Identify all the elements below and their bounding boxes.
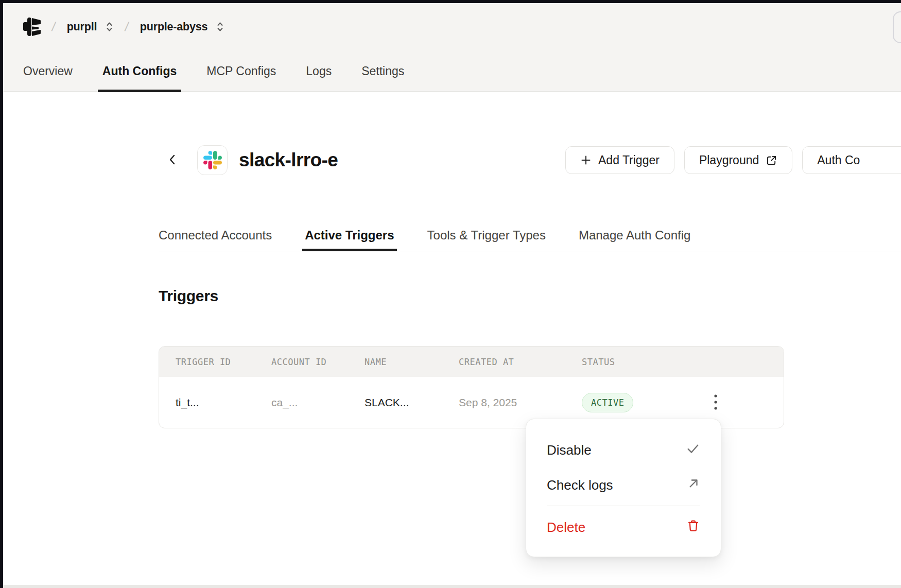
disable-label: Disable: [547, 442, 592, 458]
add-trigger-button[interactable]: Add Trigger: [565, 146, 674, 174]
project-name: purple-abyss: [140, 21, 207, 33]
org-name: purpll: [67, 21, 97, 33]
column-header-name: NAME: [365, 357, 459, 367]
check-icon: [686, 441, 700, 459]
tab-overview[interactable]: Overview: [23, 50, 73, 92]
breadcrumb: / purpll / purple-abyss: [3, 3, 901, 50]
column-header-account-id: ACCOUNT ID: [271, 357, 365, 367]
slack-app-icon: [197, 145, 228, 175]
add-trigger-label: Add Trigger: [598, 153, 660, 167]
kebab-menu-icon: [714, 393, 718, 412]
menu-item-check-logs[interactable]: Check logs: [547, 468, 700, 503]
trash-icon: [686, 518, 700, 536]
back-button[interactable]: [162, 149, 183, 171]
subtab-tools-trigger-types[interactable]: Tools & Trigger Types: [427, 219, 546, 251]
bottom-edge-strip: [3, 585, 901, 588]
main-nav-tabs: Overview Auth Configs MCP Configs Logs S…: [3, 50, 901, 92]
status-badge: ACTIVE: [582, 393, 633, 412]
tab-auth-configs[interactable]: Auth Configs: [102, 50, 177, 92]
playground-label: Playground: [699, 153, 759, 167]
menu-divider: [547, 506, 700, 506]
entity-header: slack-lrro-e Add Trigger Playground: [3, 145, 901, 175]
page-title: slack-lrro-e: [239, 149, 338, 171]
tab-settings[interactable]: Settings: [361, 50, 404, 92]
row-actions-menu: Disable Check logs Delete: [526, 419, 721, 557]
cell-status: ACTIVE: [582, 393, 685, 412]
cell-trigger-id: ti_t...: [176, 396, 271, 409]
org-selector[interactable]: purpll: [67, 21, 114, 33]
breadcrumb-separator: /: [51, 20, 57, 34]
tab-logs[interactable]: Logs: [306, 50, 332, 92]
external-link-icon: [766, 154, 777, 166]
delete-label: Delete: [547, 520, 585, 535]
cell-name: SLACK...: [365, 396, 459, 409]
cell-account-id: ca_...: [271, 396, 365, 409]
project-selector[interactable]: purple-abyss: [140, 21, 224, 33]
column-header-status: STATUS: [582, 357, 685, 367]
column-header-created-at: CREATED AT: [459, 357, 582, 367]
tab-mcp-configs[interactable]: MCP Configs: [206, 50, 276, 92]
section-title: Triggers: [159, 287, 218, 305]
subtab-connected-accounts[interactable]: Connected Accounts: [159, 219, 272, 251]
triggers-table: TRIGGER ID ACCOUNT ID NAME CREATED AT ST…: [159, 346, 784, 428]
entity-actions: Add Trigger Playground Auth Co: [565, 146, 901, 174]
breadcrumb-separator: /: [124, 20, 130, 34]
composio-logo-icon[interactable]: [23, 15, 41, 38]
menu-item-disable[interactable]: Disable: [547, 433, 700, 468]
subtab-active-triggers[interactable]: Active Triggers: [305, 219, 394, 251]
column-header-trigger-id: TRIGGER ID: [176, 357, 271, 367]
chevron-up-down-icon: [105, 21, 114, 32]
entity-sub-tabs: Connected Accounts Active Triggers Tools…: [159, 219, 901, 251]
app-window: / purpll / purple-abyss Overview A: [3, 3, 901, 588]
chevron-up-down-icon: [216, 21, 224, 32]
menu-item-delete[interactable]: Delete: [547, 510, 700, 545]
row-actions-kebab-button[interactable]: [705, 392, 726, 413]
table-header-row: TRIGGER ID ACCOUNT ID NAME CREATED AT ST…: [159, 347, 784, 377]
auth-config-label: Auth Co: [817, 153, 860, 167]
subtab-manage-auth-config[interactable]: Manage Auth Config: [579, 219, 691, 251]
chevron-left-icon: [167, 153, 178, 168]
auth-config-button[interactable]: Auth Co: [802, 146, 901, 174]
cell-created-at: Sep 8, 2025: [459, 396, 582, 409]
playground-button[interactable]: Playground: [684, 146, 792, 174]
top-right-cutoff-button[interactable]: [893, 11, 901, 43]
check-logs-label: Check logs: [547, 477, 613, 493]
plus-icon: [580, 154, 592, 166]
arrow-up-right-icon: [687, 477, 700, 494]
